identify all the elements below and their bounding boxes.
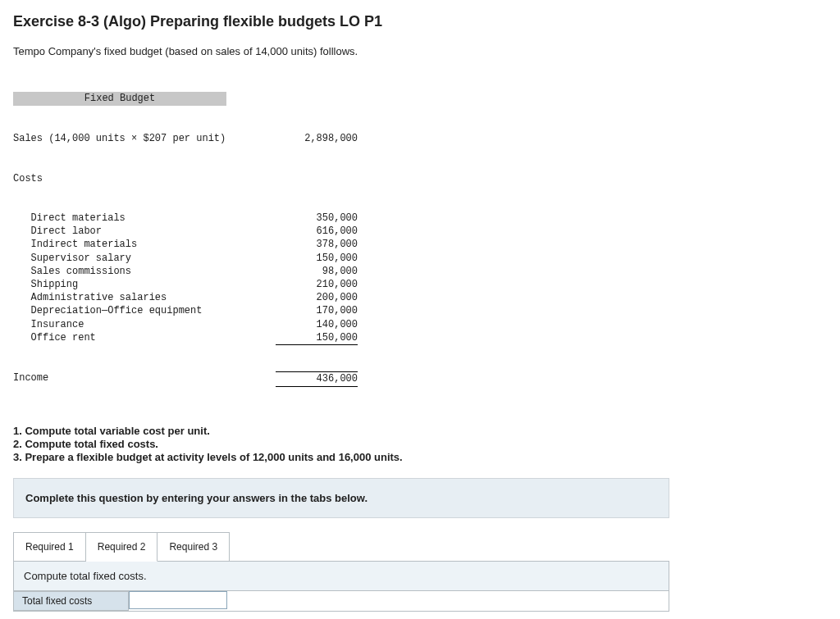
cost-line-value: 350,000 — [276, 212, 358, 225]
cost-line-label: Shipping — [13, 278, 276, 291]
cost-line-value: 140,000 — [276, 318, 358, 331]
total-fixed-costs-input[interactable] — [129, 591, 227, 609]
tab-bar: Required 1 Required 2 Required 3 — [13, 531, 669, 561]
tab-required-3[interactable]: Required 3 — [158, 532, 230, 562]
cost-line-label: Administrative salaries — [13, 291, 276, 304]
sales-label: Sales (14,000 units × $207 per unit) — [13, 132, 276, 145]
fixed-budget-table: Fixed Budget Sales (14,000 units × $207 … — [13, 66, 390, 413]
intro-text: Tempo Company's fixed budget (based on s… — [13, 45, 827, 57]
income-value: 436,000 — [276, 371, 358, 386]
cost-line-label: Direct labor — [13, 225, 276, 238]
sales-value: 2,898,000 — [276, 132, 358, 145]
task-list: 1. Compute total variable cost per unit.… — [13, 425, 827, 463]
question-prompt: Complete this question by entering your … — [13, 478, 669, 518]
panel-heading: Compute total fixed costs. — [13, 561, 669, 591]
cost-line-value: 210,000 — [276, 278, 358, 291]
task-3: 3. Prepare a flexible budget at activity… — [13, 451, 827, 463]
cost-line-value: 378,000 — [276, 238, 358, 251]
cost-line-value: 150,000 — [276, 252, 358, 265]
costs-label: Costs — [13, 172, 276, 185]
cost-line-value: 200,000 — [276, 291, 358, 304]
cost-line-label: Indirect materials — [13, 238, 276, 251]
exercise-title: Exercise 8-3 (Algo) Preparing flexible b… — [13, 13, 827, 30]
cost-line-label: Direct materials — [13, 212, 276, 225]
budget-header: Fixed Budget — [13, 92, 226, 105]
total-fixed-costs-label: Total fixed costs — [14, 591, 129, 611]
cost-line-label: Depreciation—Office equipment — [13, 304, 276, 317]
panel-body: Total fixed costs — [13, 591, 669, 612]
income-label: Income — [13, 371, 276, 386]
cost-line-value: 150,000 — [276, 331, 358, 345]
cost-line-label: Office rent — [13, 331, 276, 345]
tab-required-2[interactable]: Required 2 — [86, 532, 158, 562]
cost-line-value: 170,000 — [276, 304, 358, 317]
task-2: 2. Compute total fixed costs. — [13, 438, 827, 450]
cost-line-label: Supervisor salary — [13, 252, 276, 265]
cost-line-value: 616,000 — [276, 225, 358, 238]
task-1: 1. Compute total variable cost per unit. — [13, 425, 827, 437]
cost-line-label: Insurance — [13, 318, 276, 331]
tab-required-1[interactable]: Required 1 — [13, 532, 86, 562]
cost-line-value: 98,000 — [276, 265, 358, 278]
cost-line-label: Sales commissions — [13, 265, 276, 278]
